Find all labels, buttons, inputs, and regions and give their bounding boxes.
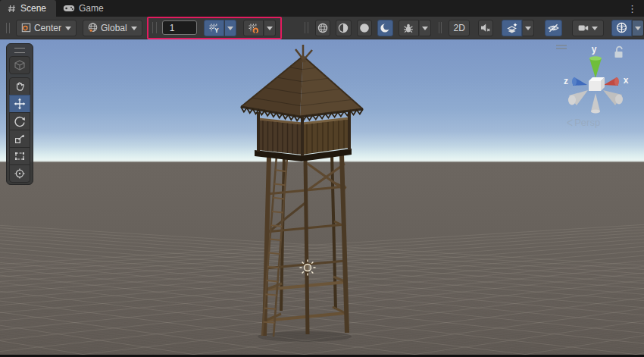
gamepad-icon [63, 4, 75, 13]
chevron-down-icon [635, 27, 641, 30]
crescent-moon-icon [379, 22, 391, 34]
move-tool-icon [14, 98, 26, 110]
tab-game[interactable]: Game [56, 0, 114, 17]
eye-slash-icon [547, 22, 560, 34]
grid-snap-group: Y [204, 20, 236, 36]
projection-label: Persp [574, 117, 600, 128]
chevron-down-icon [65, 27, 71, 30]
chevron-down-icon [525, 27, 531, 30]
draw-mode-wireframe-button[interactable] [315, 20, 330, 36]
audio-toggle[interactable] [478, 20, 493, 36]
rect-tool-icon [14, 150, 26, 162]
effects-group [502, 20, 534, 36]
effects-dropdown[interactable] [522, 20, 534, 36]
debug-mode-button[interactable] [399, 20, 419, 36]
padlock-open-icon[interactable] [615, 47, 623, 58]
gizmo-center-cube[interactable] [589, 77, 605, 91]
axis-x-label: x [624, 75, 629, 86]
tower-shadow [258, 331, 352, 342]
tool-transform[interactable] [9, 164, 30, 183]
kebab-menu-icon[interactable]: ⋮ [627, 2, 637, 17]
rotate-tool-icon [14, 115, 26, 127]
orbit-gizmo-icon [615, 21, 628, 34]
tools-overlay [6, 43, 33, 185]
unity-scene-window: Scene Game ⋮ Center [0, 0, 644, 357]
camera-icon [577, 22, 589, 34]
sphere-wireframe-icon [317, 22, 329, 34]
axis-z-cone[interactable] [572, 77, 587, 86]
draw-mode-shaded-button[interactable] [357, 20, 372, 36]
scene-toolbar: Center Global Y [0, 17, 644, 39]
effects-toggle[interactable] [502, 20, 522, 36]
chevron-down-icon [131, 27, 137, 30]
snap-axis-letter: Y [214, 27, 219, 34]
grid-size-input[interactable] [162, 20, 197, 35]
pivot-mode-label: Center [34, 23, 61, 33]
axis-y-label: y [592, 44, 597, 55]
scene-lighting-toggle[interactable] [377, 20, 392, 36]
hand-pan-icon [14, 80, 26, 92]
sphere-half-icon [337, 22, 349, 34]
gizmos-dropdown[interactable] [632, 20, 644, 36]
chevron-down-icon [227, 27, 233, 30]
toolbar-drag-handle[interactable] [6, 23, 10, 33]
axis-y-cone[interactable] [589, 56, 602, 78]
tool-rotate[interactable] [9, 112, 30, 130]
draw-mode-shaded-wireframe-button[interactable] [336, 20, 351, 36]
toolbar-divider [152, 22, 157, 33]
snap-settings-highlight: Y [147, 17, 282, 39]
debug-mode-group [399, 20, 431, 36]
camera-settings-dropdown[interactable] [572, 20, 604, 36]
tool-move[interactable] [9, 95, 30, 113]
pivot-mode-dropdown[interactable]: Center [16, 20, 77, 36]
mode-2d-toggle[interactable]: 2D [449, 20, 469, 36]
chevron-down-icon [592, 27, 598, 30]
sphere-filled-icon [358, 22, 370, 34]
tab-scene[interactable]: Scene [0, 0, 56, 17]
toolbar-divider [305, 22, 308, 33]
scene-visibility-toggle[interactable] [545, 20, 562, 36]
toolbar-divider [439, 22, 442, 33]
chevron-down-icon [267, 27, 273, 30]
projection-toggle[interactable]: < Persp [567, 116, 600, 128]
tool-rect[interactable] [9, 147, 30, 165]
speaker-muted-icon [480, 22, 492, 34]
snap-increment-dropdown[interactable] [264, 20, 276, 36]
tab-game-label: Game [79, 3, 104, 14]
layers-sparkle-icon [506, 22, 518, 34]
tool-scale[interactable] [9, 130, 30, 148]
snap-increment-button[interactable] [243, 20, 264, 36]
axis-neg-cone[interactable] [591, 93, 600, 113]
tools-drag-handle[interactable] [14, 48, 25, 53]
debug-mode-dropdown[interactable] [419, 20, 431, 36]
scene-viewport[interactable] [0, 39, 644, 357]
handle-orientation-dropdown[interactable]: Global [83, 20, 142, 36]
axis-z-label: z [564, 76, 568, 86]
ground-grid [0, 155, 644, 357]
scale-tool-icon [14, 133, 26, 145]
transform-tool-icon [14, 168, 26, 180]
tool-context-cube[interactable] [9, 56, 30, 74]
axis-neg-cone[interactable] [603, 90, 623, 105]
axis-neg-cone[interactable] [568, 90, 588, 105]
grid-snap-y-icon: Y [208, 22, 220, 34]
grid-snap-dropdown[interactable] [224, 20, 236, 36]
mode-2d-label: 2D [453, 23, 464, 33]
bug-icon [402, 22, 414, 34]
axis-x-cone[interactable] [604, 77, 619, 86]
grid-snap-y-button[interactable]: Y [204, 20, 224, 36]
snap-increment-group [243, 20, 276, 36]
gizmos-toggle[interactable] [611, 20, 632, 36]
orientation-overlay-handle[interactable] [556, 45, 567, 49]
grid-snap-magnet-icon [247, 22, 259, 34]
hash-grid-icon [7, 4, 17, 14]
tab-bar: Scene Game ⋮ [0, 0, 644, 17]
pivot-center-icon [20, 22, 32, 33]
chevron-down-icon [422, 27, 428, 30]
chevron-left-icon: < [567, 114, 573, 130]
orientation-gizmo-overlay: y z x [556, 42, 639, 129]
gizmos-group [611, 20, 644, 36]
handle-orientation-label: Global [101, 23, 127, 33]
tool-view-hand[interactable] [9, 77, 30, 96]
tab-scene-label: Scene [20, 3, 46, 14]
